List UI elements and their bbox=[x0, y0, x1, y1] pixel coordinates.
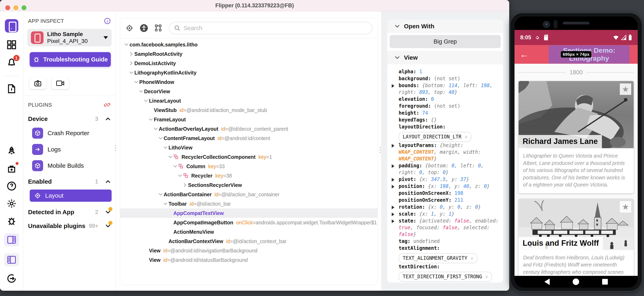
expand-arrow-icon[interactable] bbox=[392, 206, 394, 209]
troubleshooting-guide-button[interactable]: Troubleshooting Guide bbox=[30, 52, 111, 67]
back-arrow-icon[interactable]: ← bbox=[520, 49, 529, 59]
big-grep-button[interactable]: Big Grep bbox=[390, 35, 501, 48]
info-icon[interactable] bbox=[104, 18, 111, 25]
app-inspect-tab[interactable] bbox=[5, 19, 18, 33]
favorite-button[interactable]: ★ bbox=[620, 83, 631, 95]
sidebar-divider bbox=[23, 95, 116, 95]
property-layoutParams[interactable]: layoutParams: {height: WRAP_CONTENT, mar… bbox=[387, 142, 499, 162]
plugin-mobile-builds[interactable]: Mobile Builds bbox=[27, 160, 112, 171]
plugin-logs[interactable]: Logs bbox=[27, 144, 112, 155]
property-bounds[interactable]: bounds: {bottom: 114, left: 198, right: … bbox=[387, 82, 499, 96]
search-input[interactable]: Search bbox=[169, 22, 372, 34]
layoutDirection-dropdown[interactable]: LAYOUT_DIRECTION_LTR∨ bbox=[399, 132, 472, 142]
tree-node-appcompatimagebutton[interactable]: AppCompatImageButtononClick=androidx.app… bbox=[120, 218, 378, 227]
accessibility-mode-button[interactable] bbox=[140, 24, 148, 32]
tree-node-viewstub[interactable]: ViewStubid=@android:id/action_mode_bar_s… bbox=[120, 105, 378, 115]
tree-node-view[interactable]: Viewid=@android:id/statusBarBackground bbox=[120, 255, 378, 265]
expand-arrow-icon[interactable] bbox=[392, 144, 394, 147]
plugin-layout-selected[interactable]: Layout bbox=[30, 190, 112, 202]
property-rotation[interactable]: rotation: {x: 0, y: 0, z: 0} bbox=[387, 204, 499, 211]
tree-node-lithoview[interactable]: LithoView bbox=[120, 143, 378, 152]
property-textDirection[interactable]: textDirection: TEXT_DIRECTION_FIRST_STRO… bbox=[387, 263, 499, 282]
favorite-button[interactable]: ★ bbox=[620, 201, 631, 213]
tree-node-actionmenuview[interactable]: ActionMenuView bbox=[120, 227, 378, 237]
tree-node-phonewindow[interactable]: PhoneWindow bbox=[120, 77, 378, 87]
property-pivot[interactable]: pivot: {x: 347.5, y: 37} bbox=[387, 176, 499, 183]
tree-node-com.facebook.samples.litho[interactable]: com.facebook.samples.litho bbox=[120, 40, 378, 49]
settings-tab[interactable] bbox=[6, 198, 17, 209]
open-with-section-header[interactable]: Open With bbox=[387, 20, 503, 33]
list-item[interactable]: ★ Richard James Lane Lithographer to Que… bbox=[518, 81, 634, 193]
plugin-grid-tab[interactable] bbox=[6, 40, 17, 50]
inspector-resize-handle[interactable] bbox=[379, 147, 381, 153]
property-state[interactable]: state: {activated: false, enabled: true,… bbox=[387, 218, 499, 238]
tree-node-linearlayout[interactable]: LinearLayout bbox=[120, 96, 378, 105]
property-translation[interactable]: translation: {x: 0, y: 0, z: 0} bbox=[387, 282, 499, 282]
chevron-open-icon bbox=[144, 99, 148, 102]
sidebar-resize-handle[interactable] bbox=[114, 145, 116, 151]
section-device[interactable]: Device 3 bbox=[27, 115, 112, 122]
notifications-tab[interactable]: 1 bbox=[6, 57, 17, 68]
plugin-crash-reporter[interactable]: Crash Reporter bbox=[27, 128, 112, 139]
tree-node-recycler[interactable]: Recyclerkey=38 bbox=[120, 171, 378, 180]
tree-node-decorview[interactable]: DecorView bbox=[120, 87, 378, 96]
zoom-window-button[interactable] bbox=[22, 5, 26, 10]
property-textAlignment[interactable]: textAlignment: TEXT_ALIGNMENT_GRAVITY∨ bbox=[387, 245, 499, 263]
toggle-right-panel-button[interactable] bbox=[4, 233, 19, 246]
tree-node-recyclercollectioncomponent[interactable]: RecyclerCollectionComponentkey=1 bbox=[120, 152, 378, 162]
doctor-tab[interactable] bbox=[6, 163, 17, 174]
textDirection-dropdown[interactable]: TEXT_DIRECTION_FIRST_STRONG∨ bbox=[399, 272, 492, 282]
screenshot-button[interactable] bbox=[29, 77, 46, 89]
tree-node-view[interactable]: Viewid=@android:id/navigationBarBackgrou… bbox=[120, 246, 378, 255]
tree-node-samplerootactivity[interactable]: SampleRootActivity bbox=[120, 49, 378, 59]
disconnected-icon[interactable] bbox=[104, 101, 111, 108]
expand-arrow-icon[interactable] bbox=[392, 219, 394, 223]
tree-node-toolbar[interactable]: Toolbarid=@id/action_bar bbox=[120, 199, 378, 208]
hierarchy-view-button[interactable] bbox=[154, 24, 163, 32]
expand-arrow-icon[interactable] bbox=[392, 84, 394, 88]
expand-arrow-icon[interactable] bbox=[392, 213, 394, 216]
chevron-open-icon bbox=[168, 155, 172, 159]
tree-node-demolistactivity[interactable]: DemoListActivity bbox=[120, 59, 378, 68]
textAlignment-dropdown[interactable]: TEXT_ALIGNMENT_GRAVITY∨ bbox=[399, 253, 477, 263]
nav-recents-button[interactable] bbox=[602, 279, 608, 284]
toggle-left-panel-button[interactable] bbox=[4, 253, 19, 266]
section-enabled[interactable]: Enabled 1 bbox=[27, 178, 112, 185]
debug-tab[interactable] bbox=[6, 216, 17, 226]
property-position[interactable]: position: {x: 198, y: 40, z: 0} bbox=[387, 183, 499, 190]
logs-alert-tab[interactable] bbox=[6, 83, 17, 94]
tree-node-framelayout[interactable]: FrameLayout bbox=[120, 115, 378, 124]
minimize-window-button[interactable] bbox=[14, 5, 18, 10]
tree-node-sectionsrecyclerview[interactable]: SectionsRecyclerView bbox=[120, 180, 378, 190]
tree-node-actionbarcontextview[interactable]: ActionBarContextViewid=@id/action_contex… bbox=[120, 237, 378, 246]
section-unavailable[interactable]: Unavailable plugins 99+ bbox=[27, 223, 112, 229]
exit-button[interactable] bbox=[6, 273, 17, 284]
section-unavailable-count: 99+ bbox=[89, 223, 98, 229]
property-scale[interactable]: scale: {x: 1, y: 1} bbox=[387, 211, 499, 217]
list-item[interactable]: ★ Louis and Fritz Wolff Deaf brothers fr… bbox=[518, 199, 634, 276]
property-padding[interactable]: padding: {bottom: 0, left: 0, right: 0, … bbox=[387, 163, 499, 176]
nav-back-button[interactable] bbox=[544, 278, 550, 285]
section-detected[interactable]: Detected in App 2 bbox=[27, 209, 112, 216]
property-layoutDirection[interactable]: layoutDirection: LAYOUT_DIRECTION_LTR∨ bbox=[387, 123, 499, 142]
card-title: Richard James Lane bbox=[523, 137, 598, 145]
close-window-button[interactable] bbox=[5, 5, 10, 10]
chevron-open-icon bbox=[158, 193, 163, 196]
bug-icon bbox=[6, 216, 17, 226]
tree-node-actionbaroverlaylayout[interactable]: ActionBarOverlayLayoutid=@id/decor_conte… bbox=[120, 124, 378, 133]
help-tab[interactable] bbox=[6, 181, 17, 191]
target-mode-button[interactable] bbox=[126, 24, 134, 32]
expand-arrow-icon[interactable] bbox=[392, 164, 394, 168]
tree-node-actionbarcontainer[interactable]: ActionBarContainerid=@id/action_bar_cont… bbox=[120, 190, 378, 199]
expand-arrow-icon[interactable] bbox=[392, 185, 394, 189]
tree-node-column[interactable]: Columnkey=33 bbox=[120, 162, 378, 171]
view-section-header[interactable]: View bbox=[387, 51, 503, 64]
expand-arrow-icon[interactable] bbox=[392, 178, 394, 182]
tree-node-lithographykotlinactivity[interactable]: LithographyKotlinActivity bbox=[120, 68, 378, 77]
nav-home-button[interactable] bbox=[573, 278, 579, 285]
tree-node-appcompattextview[interactable]: AppCompatTextView bbox=[120, 208, 378, 218]
screen-record-button[interactable] bbox=[52, 77, 69, 89]
tree-node-contentframelayout[interactable]: ContentFrameLayoutid=@android:id/content bbox=[120, 133, 378, 143]
app-device-selector[interactable]: Litho Sample Pixel_4_API_30 bbox=[27, 29, 112, 46]
changelog-tab[interactable] bbox=[6, 146, 17, 156]
